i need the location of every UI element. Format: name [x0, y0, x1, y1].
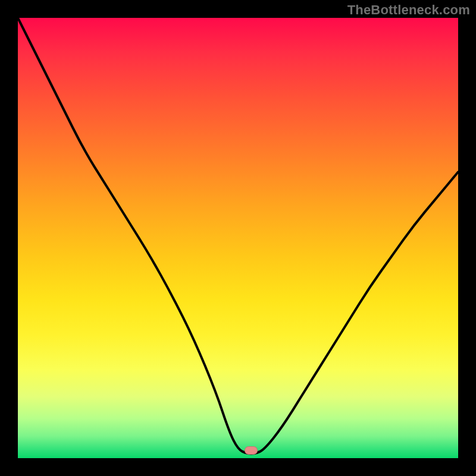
bottleneck-curve	[18, 18, 458, 458]
watermark-text: TheBottleneck.com	[347, 2, 470, 18]
curve-path	[18, 18, 458, 454]
minimum-marker	[245, 446, 258, 455]
plot-area	[18, 18, 458, 458]
outer-frame: TheBottleneck.com	[0, 0, 476, 476]
